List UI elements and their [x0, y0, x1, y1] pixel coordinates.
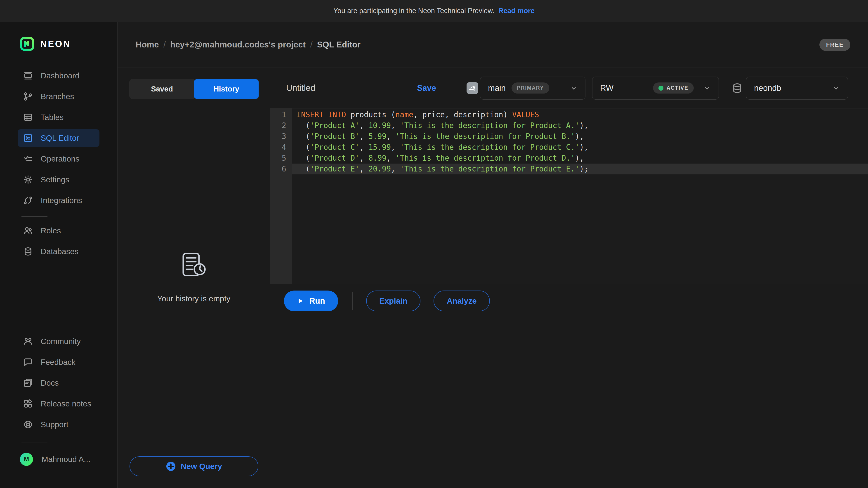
- sidebar-item-label: SQL Editor: [41, 133, 79, 142]
- results-pane: [270, 318, 868, 488]
- brand-name: NEON: [40, 39, 71, 49]
- sidebar-item-release-notes[interactable]: Release notes: [18, 395, 99, 413]
- neon-logo[interactable]: NEON: [20, 37, 71, 51]
- branch-name: main: [488, 84, 506, 93]
- sidebar-item-support[interactable]: Support: [18, 416, 99, 433]
- tab-history[interactable]: History: [194, 79, 258, 99]
- play-icon: [297, 297, 304, 304]
- queries-tabs: Saved History: [129, 79, 259, 99]
- sidebar-menu-secondary: Roles Databases: [0, 222, 117, 263]
- branch-button[interactable]: [467, 82, 478, 94]
- roles-icon: [23, 226, 33, 236]
- query-title-zone: Untitled Save: [270, 68, 452, 108]
- breadcrumb-current-page: SQL Editor: [317, 40, 361, 50]
- endpoint-name: RW: [600, 84, 614, 93]
- docs-icon: [23, 378, 33, 388]
- sidebar-item-operations[interactable]: Operations: [18, 150, 99, 168]
- line-number: 3: [270, 131, 292, 142]
- branches-icon: [23, 92, 33, 101]
- line-number: 1: [270, 109, 292, 120]
- sidebar-item-community[interactable]: Community: [18, 332, 99, 350]
- sidebar-item-feedback[interactable]: Feedback: [18, 353, 99, 371]
- sidebar-item-label: Support: [41, 420, 68, 429]
- sidebar-item-branches[interactable]: Branches: [18, 88, 99, 105]
- breadcrumb-home[interactable]: Home: [135, 40, 159, 50]
- new-query-label: New Query: [181, 462, 222, 471]
- sidebar-menu-footer: Community Feedback Docs Release notes: [0, 332, 117, 436]
- new-query-button[interactable]: New Query: [129, 456, 258, 476]
- sidebar-item-label: Branches: [41, 92, 74, 101]
- sidebar-item-label: Settings: [41, 175, 69, 184]
- line-number: 2: [270, 120, 292, 131]
- history-empty-icon: [179, 250, 209, 281]
- run-label: Run: [309, 296, 325, 306]
- breadcrumb-separator: /: [310, 40, 312, 50]
- operations-icon: [23, 154, 33, 164]
- sidebar-item-label: Integrations: [41, 196, 82, 205]
- avatar: M: [20, 453, 33, 466]
- neon-logomark-icon: [20, 37, 34, 51]
- settings-icon: [23, 175, 33, 185]
- endpoint-select[interactable]: RW ACTIVE: [592, 76, 719, 100]
- sidebar-item-roles[interactable]: Roles: [18, 222, 99, 239]
- analyze-button[interactable]: Analyze: [434, 291, 490, 311]
- sidebar-item-label: Operations: [41, 154, 79, 163]
- sidebar-item-label: Dashboard: [41, 71, 79, 80]
- code-editor[interactable]: 1INSERT INTO products (name, price, desc…: [270, 108, 868, 284]
- user-menu[interactable]: M Mahmoud A...: [20, 453, 90, 466]
- database-select[interactable]: neondb: [746, 76, 848, 100]
- query-title[interactable]: Untitled: [286, 83, 315, 93]
- sidebar-item-tables[interactable]: Tables: [18, 108, 99, 126]
- sidebar-item-docs[interactable]: Docs: [18, 374, 99, 392]
- line-number: 4: [270, 142, 292, 153]
- release-notes-icon: [23, 399, 33, 409]
- sidebar-item-sql-editor[interactable]: SQL Editor: [18, 129, 99, 147]
- breadcrumb-separator: /: [163, 40, 166, 50]
- active-status-dot: [658, 86, 663, 91]
- run-button[interactable]: Run: [284, 291, 338, 311]
- feedback-icon: [23, 357, 33, 367]
- breadcrumb-project[interactable]: hey+2@mahmoud.codes's project: [170, 40, 306, 50]
- tab-saved[interactable]: Saved: [130, 79, 194, 99]
- editor-toolbar: Untitled Save main PRIMARY: [270, 68, 868, 108]
- chevron-down-icon: [832, 84, 840, 92]
- sidebar-menu-main: Dashboard Branches Tables SQL Editor: [0, 67, 117, 213]
- chevron-down-icon: [703, 84, 711, 92]
- code-line: 2 ('Product A', 10.99, 'This is the desc…: [270, 120, 868, 131]
- plus-circle-icon: [166, 461, 176, 471]
- panel-divider: [118, 444, 270, 444]
- sidebar-item-dashboard[interactable]: Dashboard: [18, 67, 99, 85]
- databases-icon: [23, 247, 33, 256]
- database-icon: [731, 82, 743, 94]
- code-line: 3 ('Product B', 5.99, 'This is the descr…: [270, 131, 868, 142]
- endpoint-status-label: ACTIVE: [666, 85, 688, 91]
- sidebar-item-settings[interactable]: Settings: [18, 171, 99, 188]
- code-text: ('Product B', 5.99, 'This is the descrip…: [292, 131, 868, 142]
- sidebar-item-databases[interactable]: Databases: [18, 242, 99, 260]
- sidebar-divider: [22, 443, 48, 443]
- save-button[interactable]: Save: [417, 84, 436, 93]
- code-text: INSERT INTO products (name, price, descr…: [292, 109, 868, 120]
- sidebar: NEON Dashboard Branches Tables: [0, 22, 118, 488]
- sidebar-item-label: Feedback: [41, 358, 75, 367]
- line-number: 5: [270, 153, 292, 164]
- queries-panel: Saved History Your history is empty: [118, 68, 270, 488]
- plan-badge: FREE: [819, 39, 850, 51]
- breadcrumb: Home / hey+2@mahmoud.codes's project / S…: [135, 40, 361, 50]
- read-more-link[interactable]: Read more: [498, 7, 535, 15]
- database-name: neondb: [754, 84, 781, 93]
- sidebar-item-label: Docs: [41, 379, 59, 387]
- branch-select[interactable]: main PRIMARY: [480, 76, 585, 100]
- sql-editor-icon: [23, 133, 33, 143]
- sidebar-item-integrations[interactable]: Integrations: [18, 192, 99, 209]
- sidebar-item-label: Community: [41, 337, 81, 346]
- explain-button[interactable]: Explain: [366, 291, 421, 311]
- technical-preview-banner: You are participating in the Neon Techni…: [0, 0, 868, 22]
- code-text: ('Product D', 8.99, 'This is the descrip…: [292, 153, 868, 164]
- chevron-down-icon: [570, 84, 578, 92]
- history-empty-state: Your history is empty: [118, 250, 270, 303]
- sidebar-item-label: Databases: [41, 247, 79, 256]
- actions-divider: [352, 292, 352, 310]
- dashboard-icon: [23, 71, 33, 80]
- code-line: 4 ('Product C', 15.99, 'This is the desc…: [270, 142, 868, 153]
